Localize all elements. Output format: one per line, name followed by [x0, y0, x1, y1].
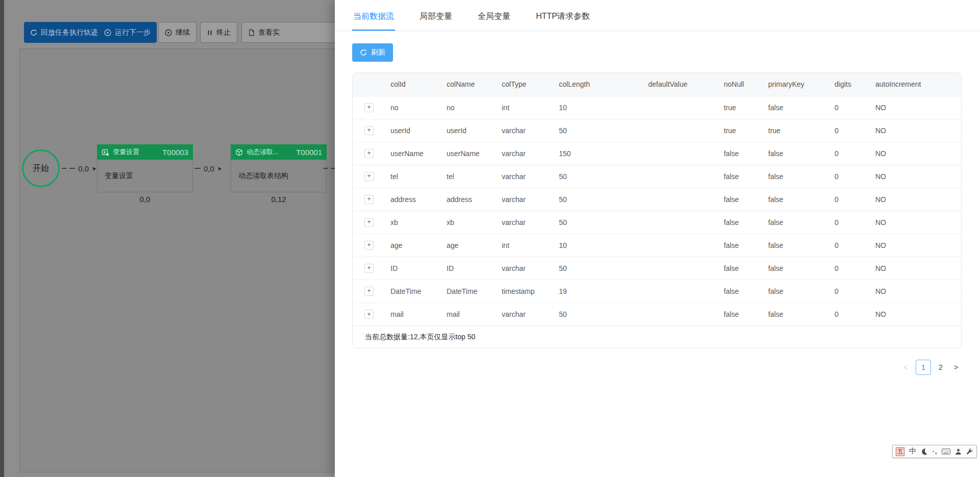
- cell-noNull: false: [715, 234, 759, 257]
- cell-primaryKey: false: [759, 96, 825, 119]
- cell-colLength: 10: [550, 96, 639, 119]
- cell-colType: varchar: [493, 211, 550, 234]
- button-label: 查看实: [258, 28, 280, 37]
- cell-colLength: 50: [550, 211, 639, 234]
- cell-noNull: true: [715, 119, 759, 142]
- table-row: +userNameuserNamevarchar150falsefalse0NO: [353, 142, 962, 165]
- pause-icon: [207, 29, 213, 36]
- cell-colLength: 150: [550, 142, 639, 165]
- flow-node-read-table-structure[interactable]: 动态读取... T00001 动态读取表结构 0,12: [231, 144, 327, 192]
- terminate-button[interactable]: 终止: [200, 22, 237, 43]
- expand-row-button[interactable]: +: [364, 264, 374, 273]
- edge-line: [323, 168, 328, 169]
- pagination-next-button[interactable]: >: [950, 363, 962, 371]
- cell-primaryKey: false: [759, 188, 825, 211]
- flow-canvas[interactable]: [19, 48, 377, 472]
- pagination-page-1[interactable]: 1: [916, 360, 931, 375]
- cell-autoIncrement: NO: [866, 119, 962, 142]
- table-row: +IDIDvarchar50falsefalse0NO: [353, 257, 962, 280]
- cell-colLength: 50: [550, 303, 639, 325]
- cell-colLength: 50: [550, 257, 639, 280]
- tab-bar: 当前数据流 局部变量 全局变量 HTTP请求参数: [335, 0, 980, 31]
- pagination-prev-button[interactable]: <: [900, 363, 911, 371]
- edge-label: 0,0: [78, 164, 89, 173]
- cell-colName: age: [437, 234, 493, 257]
- table-row: +xbxbvarchar50falsefalse0NO: [353, 211, 962, 234]
- expand-cell: +: [353, 303, 381, 325]
- expand-cell: +: [353, 280, 381, 303]
- cell-defaultValue: [639, 165, 715, 188]
- column-header-noNull: noNull: [715, 73, 759, 96]
- expand-row-button[interactable]: +: [364, 149, 374, 158]
- run-next-step-button[interactable]: 运行下一步: [98, 22, 157, 43]
- expand-row-button[interactable]: +: [364, 241, 374, 250]
- tab-global-variables[interactable]: 全局变量: [477, 0, 511, 31]
- cell-noNull: false: [715, 211, 759, 234]
- expand-cell: +: [353, 142, 381, 165]
- flow-edge: 0,0 ►: [62, 164, 97, 172]
- edge-line: [194, 168, 201, 169]
- node-title: 动态读取...: [247, 147, 292, 157]
- ime-toolbar: 五 中 ·,: [892, 445, 977, 458]
- cell-colLength: 10: [550, 234, 639, 257]
- table-row: +addressaddressvarchar50falsefalse0NO: [353, 188, 962, 211]
- cell-colType: timestamp: [493, 280, 550, 303]
- keyboard-icon[interactable]: [942, 448, 950, 455]
- tab-current-dataflow[interactable]: 当前数据流: [352, 0, 395, 31]
- expand-row-button[interactable]: +: [364, 103, 374, 112]
- replay-track-button[interactable]: 回放任务执行轨迹: [24, 22, 104, 43]
- data-table-container: colIdcolNamecolTypecolLengthdefaultValue…: [352, 72, 962, 348]
- cell-defaultValue: [639, 280, 715, 303]
- cell-noNull: false: [715, 280, 759, 303]
- pagination-page-2[interactable]: 2: [936, 360, 946, 375]
- column-header-primaryKey: primaryKey: [759, 73, 825, 96]
- table-row: +nonoint10truefalse0NO: [353, 96, 962, 119]
- cell-colId: userName: [381, 142, 437, 165]
- cell-primaryKey: false: [759, 165, 825, 188]
- ime-wubi-mode[interactable]: 五: [896, 447, 904, 456]
- cell-colId: userId: [381, 119, 437, 142]
- expand-row-button[interactable]: +: [364, 287, 374, 296]
- edge-arrow-icon: ►: [217, 166, 223, 171]
- cell-noNull: false: [715, 188, 759, 211]
- cell-primaryKey: true: [759, 119, 825, 142]
- cell-colName: userName: [437, 142, 493, 165]
- column-header-colName: colName: [437, 73, 493, 96]
- cell-defaultValue: [639, 188, 715, 211]
- expand-row-button[interactable]: +: [364, 195, 374, 204]
- button-label: 终止: [216, 28, 231, 37]
- table-header-row: colIdcolNamecolTypecolLengthdefaultValue…: [353, 73, 962, 96]
- expand-row-button[interactable]: +: [364, 126, 374, 135]
- expand-cell: +: [353, 96, 381, 119]
- tab-local-variables[interactable]: 局部变量: [419, 0, 453, 31]
- node-id: T00001: [296, 148, 322, 157]
- continue-button[interactable]: 继续: [158, 22, 197, 43]
- cell-primaryKey: false: [759, 211, 825, 234]
- cell-digits: 0: [825, 211, 866, 234]
- cell-digits: 0: [825, 303, 866, 325]
- view-detail-button[interactable]: 查看实: [241, 22, 344, 43]
- tab-http-request-params[interactable]: HTTP请求参数: [535, 0, 591, 31]
- expand-row-button[interactable]: +: [364, 310, 374, 319]
- application-window: 回放任务执行轨迹 运行下一步 继续 终止 查看实 开始 0,0: [0, 0, 980, 477]
- flow-start-node[interactable]: 开始: [22, 149, 60, 187]
- user-icon[interactable]: [955, 448, 962, 455]
- tab-content: 刷新 colIdcolNamecolTypecolLengthdefaultVa…: [335, 31, 980, 375]
- cell-colLength: 50: [550, 188, 639, 211]
- cell-defaultValue: [639, 303, 715, 325]
- cell-digits: 0: [825, 165, 866, 188]
- moon-icon[interactable]: [921, 448, 928, 455]
- expand-column-header: [353, 73, 381, 96]
- flow-node-variable-set[interactable]: 变量设置 T00003 变量设置 0,0: [97, 144, 193, 192]
- ime-language-mode[interactable]: 中: [909, 447, 916, 456]
- expand-row-button[interactable]: +: [364, 172, 374, 181]
- refresh-button[interactable]: 刷新: [352, 43, 393, 62]
- cell-noNull: false: [715, 142, 759, 165]
- cell-defaultValue: [639, 257, 715, 280]
- refresh-icon: [360, 49, 367, 56]
- cell-colType: int: [493, 96, 550, 119]
- ime-punctuation-mode[interactable]: ·,: [933, 448, 937, 455]
- expand-row-button[interactable]: +: [364, 218, 374, 227]
- cell-digits: 0: [825, 280, 866, 303]
- wrench-icon[interactable]: [966, 448, 973, 455]
